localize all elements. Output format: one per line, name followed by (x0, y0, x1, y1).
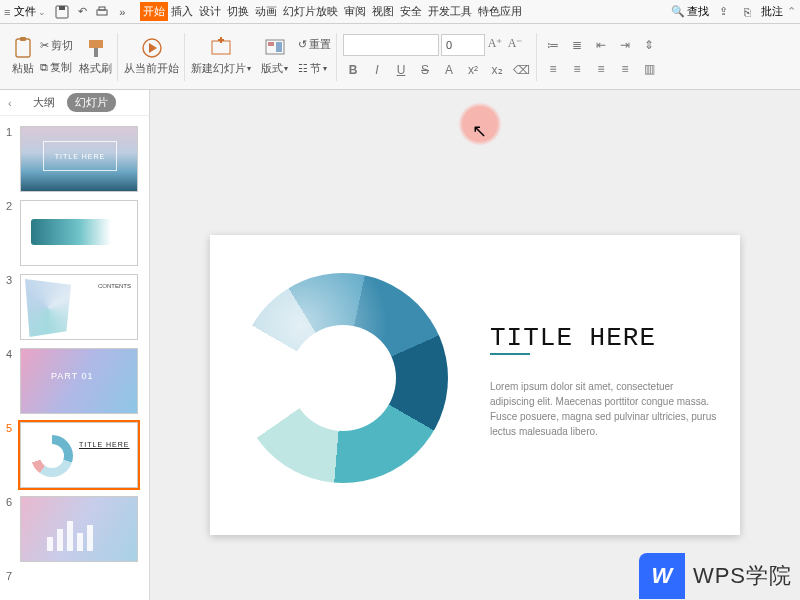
svg-rect-6 (89, 40, 103, 48)
from-current-button[interactable]: 从当前开始 (124, 37, 179, 76)
slide[interactable]: TITLE HERE Lorem ipsum dolor sit amet, c… (210, 235, 740, 535)
reset-button[interactable]: ↺重置 (298, 35, 331, 55)
align-center-icon[interactable]: ≡ (567, 59, 587, 79)
paste-button[interactable]: 粘贴 (12, 37, 34, 76)
tab-insert[interactable]: 插入 (168, 2, 196, 21)
increase-font-icon[interactable]: A⁺ (485, 34, 505, 54)
indent-increase-icon[interactable]: ⇥ (615, 35, 635, 55)
slide-panel: ‹ 大纲 幻灯片 1 TITLE HERE 2 3 CONTENTS 4 PAR… (0, 90, 150, 600)
save-icon[interactable] (52, 2, 72, 22)
chevron-down-icon[interactable]: ⌄ (38, 7, 46, 17)
font-family-select[interactable] (343, 34, 439, 56)
underline-icon[interactable]: U (391, 60, 411, 80)
slides-group: 新建幻灯片▾ 版式▾ ↺重置 ☷节▾ (185, 27, 337, 87)
print-icon[interactable] (92, 2, 112, 22)
wps-logo-icon: W (639, 553, 685, 599)
svg-marker-9 (149, 43, 157, 53)
bold-icon[interactable]: B (343, 60, 363, 80)
thumbnail-item[interactable]: 4 PART 01 (0, 344, 149, 418)
clipboard-group: 粘贴 ✂剪切 ⧉复制 格式刷 (6, 27, 118, 87)
thumbnail-list[interactable]: 1 TITLE HERE 2 3 CONTENTS 4 PART 01 5 TI… (0, 116, 149, 600)
click-indicator-icon (458, 102, 502, 146)
thumbnail-item[interactable]: 7 (0, 566, 149, 586)
svg-rect-15 (276, 42, 282, 52)
reset-icon: ↺ (298, 38, 307, 51)
panel-collapse-icon[interactable]: ‹ (8, 97, 12, 109)
thumbnail-item[interactable]: 3 CONTENTS (0, 270, 149, 344)
search-icon: 🔍 (671, 5, 685, 18)
tab-slideshow[interactable]: 幻灯片放映 (280, 2, 341, 21)
file-menu[interactable]: 文件 (14, 4, 36, 19)
workspace: ‹ 大纲 幻灯片 1 TITLE HERE 2 3 CONTENTS 4 PAR… (0, 90, 800, 600)
cut-button[interactable]: ✂剪切 (40, 36, 73, 56)
clear-format-icon[interactable]: ⌫ (511, 60, 531, 80)
decrease-font-icon[interactable]: A⁻ (505, 34, 525, 54)
menu-bar: ≡ 文件 ⌄ ↶ » 开始 插入 设计 切换 动画 幻灯片放映 审阅 视图 安全… (0, 0, 800, 24)
title-underline (490, 353, 530, 355)
export-icon[interactable]: ⎘ (737, 2, 757, 22)
slide-body-text[interactable]: Lorem ipsum dolor sit amet, consectetuer… (490, 379, 720, 439)
tab-transition[interactable]: 切换 (224, 2, 252, 21)
thumbnail-item[interactable]: 6 (0, 492, 149, 566)
font-color-icon[interactable]: A (439, 60, 459, 80)
scissors-icon: ✂ (40, 39, 49, 52)
subscript-icon[interactable]: x₂ (487, 60, 507, 80)
watermark: W WPS学院 (639, 552, 800, 600)
search-button[interactable]: 🔍 查找 (671, 4, 709, 19)
bullets-icon[interactable]: ≔ (543, 35, 563, 55)
slides-tab[interactable]: 幻灯片 (67, 93, 116, 112)
svg-rect-14 (268, 42, 274, 46)
paragraph-group: ≔ ≣ ⇤ ⇥ ⇕ ≡ ≡ ≡ ≡ ▥ (537, 27, 665, 87)
collapse-icon[interactable]: ⌃ (787, 5, 796, 18)
align-right-icon[interactable]: ≡ (591, 59, 611, 79)
thumbnail-item[interactable]: 1 TITLE HERE (0, 122, 149, 196)
tab-security[interactable]: 安全 (397, 2, 425, 21)
from-current-label: 从当前开始 (124, 61, 179, 76)
undo-icon[interactable]: ↶ (72, 2, 92, 22)
justify-icon[interactable]: ≡ (615, 59, 635, 79)
strikethrough-icon[interactable]: S (415, 60, 435, 80)
thumbnail-item[interactable]: 2 (0, 196, 149, 270)
slide-title[interactable]: TITLE HERE (490, 323, 656, 353)
brush-ring-graphic (238, 273, 448, 483)
tab-special[interactable]: 特色应用 (475, 2, 525, 21)
hamburger-icon[interactable]: ≡ (4, 6, 10, 18)
tab-view[interactable]: 视图 (369, 2, 397, 21)
tab-review[interactable]: 审阅 (341, 2, 369, 21)
svg-rect-1 (59, 6, 65, 10)
section-icon: ☷ (298, 62, 308, 75)
layout-button[interactable]: 版式▾ (261, 37, 288, 76)
copy-button[interactable]: ⧉复制 (40, 58, 73, 78)
columns-icon[interactable]: ▥ (639, 59, 659, 79)
tab-start[interactable]: 开始 (140, 2, 168, 21)
tab-animation[interactable]: 动画 (252, 2, 280, 21)
format-painter-button[interactable]: 格式刷 (79, 37, 112, 76)
thumbnail-item[interactable]: 5 TITLE HERE (0, 418, 149, 492)
new-slide-button[interactable]: 新建幻灯片▾ (191, 37, 251, 76)
share-icon[interactable]: ⇪ (713, 2, 733, 22)
watermark-text: WPS学院 (693, 561, 792, 591)
format-painter-label: 格式刷 (79, 61, 112, 76)
align-left-icon[interactable]: ≡ (543, 59, 563, 79)
font-size-select[interactable]: 0 (441, 34, 485, 56)
outline-tab[interactable]: 大纲 (33, 95, 55, 110)
svg-rect-2 (97, 10, 107, 15)
annotate-button[interactable]: 批注 (761, 4, 783, 19)
indent-decrease-icon[interactable]: ⇤ (591, 35, 611, 55)
tab-devtools[interactable]: 开发工具 (425, 2, 475, 21)
svg-rect-4 (16, 39, 30, 57)
more-icon[interactable]: » (112, 2, 132, 22)
paste-label: 粘贴 (12, 61, 34, 76)
svg-rect-3 (99, 7, 105, 10)
svg-rect-5 (20, 37, 26, 41)
numbering-icon[interactable]: ≣ (567, 35, 587, 55)
search-label: 查找 (687, 4, 709, 19)
tab-design[interactable]: 设计 (196, 2, 224, 21)
slide-canvas[interactable]: ↖ TITLE HERE Lorem ipsum dolor sit amet,… (150, 90, 800, 600)
italic-icon[interactable]: I (367, 60, 387, 80)
section-button[interactable]: ☷节▾ (298, 59, 331, 79)
chevron-down-icon: ▾ (323, 64, 327, 73)
superscript-icon[interactable]: x² (463, 60, 483, 80)
line-spacing-icon[interactable]: ⇕ (639, 35, 659, 55)
font-group: 0 A⁺ A⁻ B I U S A x² x₂ ⌫ (337, 27, 537, 87)
